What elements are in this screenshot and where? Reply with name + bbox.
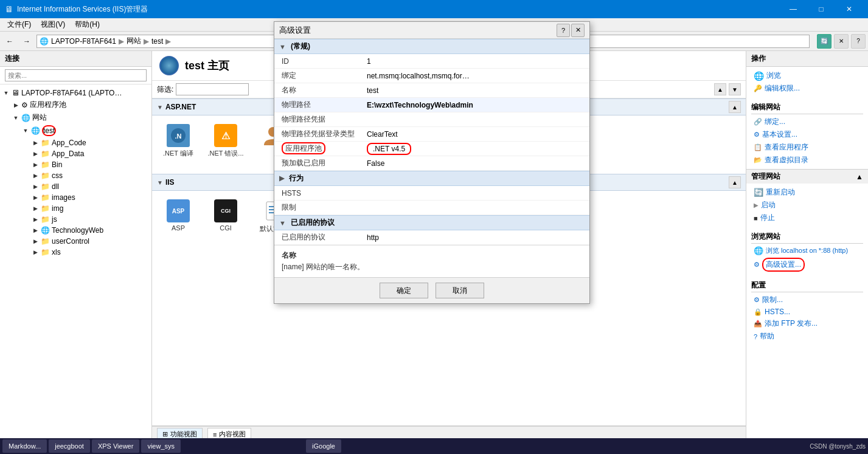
limits-action[interactable]: ⚙ 限制... (751, 294, 863, 306)
expand-icon: ▼ (12, 115, 19, 121)
cancel-button[interactable]: 取消 (436, 283, 484, 298)
protocols-collapse-icon: ▼ (279, 219, 286, 227)
tree-item-sites[interactable]: ▼ 🌐 网站 (0, 111, 151, 124)
edit-perms-action[interactable]: 🔑 编辑权限... (751, 82, 863, 95)
general-section-header[interactable]: ▼ (常规) (274, 39, 589, 54)
stop-action[interactable]: ■ 停止 (751, 212, 863, 224)
bind-action[interactable]: 🔗 绑定... (751, 115, 863, 128)
scroll-down[interactable]: ▼ (729, 83, 741, 95)
expand-icon: ▶ (32, 205, 39, 212)
menu-help[interactable]: 帮助(H) (70, 18, 105, 31)
tree-item-css[interactable]: ▶ 📁 css (0, 170, 151, 181)
taskbar-item-igoogle[interactable]: iGoogle (306, 439, 341, 453)
advanced-settings-action[interactable]: ⚙ 高级设置... (751, 256, 863, 273)
connections-search[interactable] (5, 69, 147, 81)
close-button[interactable]: ✕ (835, 0, 863, 18)
dotnet-error-icon-item[interactable]: ⚠ .NET 错误... (204, 120, 247, 169)
tree-item-bin[interactable]: ▶ 📁 Bin (0, 159, 151, 170)
add-ftp-action[interactable]: 📤 添加 FTP 发布... (751, 317, 863, 330)
view-apps-label: 查看应用程序 (765, 142, 808, 153)
sites-label: 网站 (32, 112, 47, 123)
filter-input[interactable] (176, 83, 249, 95)
view-vdirs-action[interactable]: 📂 查看虚拟目录 (751, 154, 863, 167)
dialog-close-button[interactable]: ✕ (571, 24, 585, 37)
expand-icon: ▶ (32, 194, 39, 201)
address-laptop: LAPTOP-F8TAF641 (51, 37, 116, 46)
usercontrol-label: userControl (52, 237, 89, 246)
tree-item-server[interactable]: ▼ 🖥 LAPTOP-F8TAF641 (LAPTOP-F... (0, 87, 151, 98)
taskbar-item-xps[interactable]: XPS Viewer (92, 439, 140, 453)
cgi-icon-item[interactable]: CGI CGI (204, 196, 247, 236)
behavior-section-header[interactable]: ▶ 行为 (274, 171, 589, 186)
hsts-icon: 🔒 (754, 308, 762, 316)
asp-icon-img: ASP (166, 199, 190, 223)
taskbar-item-jeecg[interactable]: jeecgboot (49, 439, 90, 453)
forward-button[interactable]: → (19, 34, 34, 49)
xls-label: xls (52, 248, 61, 256)
basic-settings-action[interactable]: ⚙ 基本设置... (751, 128, 863, 141)
tree-item-js[interactable]: ▶ 📁 js (0, 214, 151, 225)
expand-icon: ▼ (22, 128, 29, 134)
content-view-label: 内容视图 (219, 430, 246, 439)
tree-item-dll[interactable]: ▶ 📁 dll (0, 181, 151, 192)
restart-action[interactable]: 🔄 重新启动 (751, 186, 863, 199)
maximize-button[interactable]: □ (807, 0, 835, 18)
menu-file[interactable]: 文件(F) (2, 18, 36, 31)
tree-item-appdata[interactable]: ▶ 📁 App_Data (0, 148, 151, 159)
folder-icon: 📁 (41, 182, 50, 191)
help-action[interactable]: ? 帮助 (751, 330, 863, 343)
tree-item-images[interactable]: ▶ 📁 images (0, 192, 151, 203)
right-panel: 操作 🌐 浏览 🔑 编辑权限... 编辑网站 🔗 绑定... ⚙ (746, 51, 868, 442)
dialog-row-protocols: 已启用的协议 http (274, 230, 589, 245)
adv-settings-icon: ⚙ (754, 261, 760, 269)
scroll-up[interactable]: ▲ (714, 83, 726, 95)
restart-label: 重新启动 (766, 187, 795, 198)
cgi-label: CGI (220, 224, 232, 232)
tree-item-appcode[interactable]: ▶ 📁 App_Code (0, 137, 151, 148)
tree-item-techweb[interactable]: ▶ 🌐 TechnologyWeb (0, 225, 151, 236)
toolbar-help-btn[interactable]: ? (851, 34, 866, 49)
advanced-settings-label: 高级设置... (762, 258, 805, 272)
protocols-section-header[interactable]: ▼ 已启用的协议 (274, 215, 589, 230)
tree-item-test[interactable]: ▼ 🌐 test (0, 124, 151, 137)
manage-site-header: 管理网站 ▲ (746, 169, 868, 184)
dialog-help-button[interactable]: ? (557, 24, 570, 37)
taskbar-item-markdown[interactable]: Markdow... (2, 439, 47, 453)
warning-icon: ⚠ (214, 124, 237, 147)
start-icon: ▶ (754, 202, 759, 208)
tree-item-apppools[interactable]: ▶ ⚙ 应用程序池 (0, 98, 151, 111)
ok-button[interactable]: 确定 (380, 283, 428, 298)
expand-icon: ▶ (32, 216, 39, 222)
limits-icon: ⚙ (754, 296, 760, 304)
apps-icon: 📋 (754, 143, 762, 151)
folder-icon: 📁 (41, 193, 50, 202)
func-view-label: 功能视图 (170, 430, 197, 439)
start-label: 启动 (761, 200, 776, 210)
start-action[interactable]: ▶ 启动 (751, 199, 863, 212)
dialog-footer: 确定 取消 (274, 277, 589, 303)
minimize-button[interactable]: — (779, 0, 807, 18)
general-collapse-icon: ▼ (279, 43, 286, 50)
config-title: 配置 (751, 278, 863, 292)
iis-scroll-up[interactable]: ▲ (729, 176, 741, 188)
basic-settings-label: 基本设置... (762, 129, 797, 140)
green-btn-1[interactable]: 🔄 (817, 34, 832, 49)
manage-collapse-icon: ▲ (856, 173, 863, 181)
toolbar-x-btn[interactable]: ✕ (834, 34, 849, 49)
folder-icon: 📁 (41, 150, 50, 158)
aspnet-scroll-up[interactable]: ▲ (729, 101, 741, 113)
back-button[interactable]: ← (2, 34, 17, 49)
view-apps-action[interactable]: 📋 查看应用程序 (751, 141, 863, 154)
browse-action[interactable]: 🌐 浏览 (751, 69, 863, 82)
tree-item-img[interactable]: ▶ 📁 img (0, 203, 151, 214)
dialog-description: 名称 [name] 网站的唯一名称。 (274, 245, 589, 277)
tree-item-xls[interactable]: ▶ 📁 xls (0, 247, 151, 258)
dotnet-error-label: .NET 错误... (207, 149, 243, 158)
menu-view[interactable]: 视图(V) (36, 18, 70, 31)
hsts-action[interactable]: 🔒 HSTS... (751, 306, 863, 317)
dotnet-compile-icon-item[interactable]: .N .NET 编译 (157, 120, 200, 169)
tree-item-usercontrol[interactable]: ▶ 📁 userControl (0, 236, 151, 247)
asp-icon-item[interactable]: ASP ASP (157, 196, 200, 236)
taskbar-item-view[interactable]: view_sys (141, 439, 181, 453)
browse-localhost-action[interactable]: 🌐 浏览 localhost on *:88 (http) (751, 245, 863, 256)
